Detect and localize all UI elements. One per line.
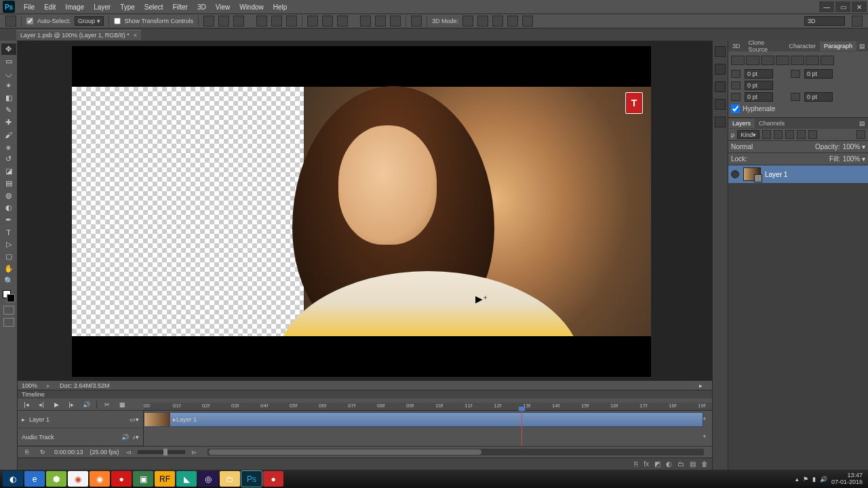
- justify-all-button[interactable]: [821, 56, 834, 65]
- history-panel-icon[interactable]: [715, 46, 726, 57]
- tray-show-hidden-icon[interactable]: ▴: [795, 476, 799, 483]
- screen-mode-button[interactable]: [3, 318, 14, 327]
- document-tab[interactable]: Layer 1.psb @ 100% (Layer 1, RGB/8) * ×: [16, 30, 141, 40]
- taskbar-app-2[interactable]: ⬢: [46, 471, 66, 487]
- tab-character[interactable]: Character: [785, 41, 820, 51]
- document-canvas[interactable]: T ▶⁺: [72, 46, 651, 377]
- taskbar-app-3[interactable]: ●: [111, 471, 132, 487]
- track-options-icon[interactable]: ▭▾: [130, 416, 139, 423]
- quick-mask-button[interactable]: [3, 306, 14, 314]
- brush-tool[interactable]: 🖌: [1, 129, 16, 140]
- pen-tool[interactable]: ✒: [1, 214, 16, 226]
- hand-tool[interactable]: ✋: [1, 263, 16, 274]
- mask-icon[interactable]: ◩: [654, 460, 660, 468]
- indent-right-field[interactable]: 0 pt: [804, 69, 833, 79]
- first-line-indent-field[interactable]: 0 pt: [745, 81, 773, 90]
- taskbar-app-6[interactable]: ◣: [176, 471, 197, 487]
- taskbar-app-1[interactable]: ◐: [3, 471, 23, 487]
- mode-3d-scale-button[interactable]: [522, 16, 533, 26]
- taskbar-record[interactable]: ●: [263, 471, 283, 487]
- properties-panel-icon[interactable]: [715, 81, 726, 92]
- transition-button[interactable]: ▦: [117, 400, 127, 409]
- timeline-zoom-in-icon[interactable]: ▻: [192, 449, 197, 455]
- distribute-right-button[interactable]: [390, 16, 401, 26]
- filter-pixel-icon[interactable]: [762, 130, 771, 139]
- zoom-tool[interactable]: 🔍: [1, 275, 16, 287]
- render-button[interactable]: ↻: [38, 447, 47, 457]
- move-tool[interactable]: ✥: [1, 43, 16, 55]
- auto-align-button[interactable]: [411, 16, 422, 26]
- taskbar-app-4[interactable]: ▣: [133, 471, 153, 487]
- video-clip[interactable]: ▸ Layer 1: [144, 412, 703, 427]
- color-swatches[interactable]: [3, 290, 15, 302]
- blend-mode-dropdown[interactable]: Normal: [731, 143, 778, 150]
- distribute-top-button[interactable]: [307, 16, 318, 26]
- split-clip-button[interactable]: ✂: [102, 400, 112, 409]
- menu-image[interactable]: Image: [60, 1, 89, 13]
- expand-track-icon[interactable]: ▸: [22, 416, 25, 423]
- taskbar-app-7[interactable]: ◎: [198, 471, 218, 487]
- play-button[interactable]: ▶: [52, 400, 61, 409]
- align-left-button[interactable]: [256, 16, 267, 26]
- healing-brush-tool[interactable]: ✚: [1, 117, 16, 128]
- justify-last-right-button[interactable]: [806, 56, 819, 65]
- lasso-tool[interactable]: ◡: [1, 68, 16, 79]
- prev-frame-button[interactable]: ◂|: [37, 400, 46, 409]
- menu-edit[interactable]: Edit: [39, 1, 60, 13]
- tray-volume-icon[interactable]: 🔊: [820, 476, 827, 483]
- path-select-tool[interactable]: ▷: [1, 239, 16, 250]
- next-frame-button[interactable]: |▸: [66, 400, 76, 409]
- visibility-toggle-icon[interactable]: [731, 170, 739, 178]
- timeline-options-icon[interactable]: ⎘: [22, 447, 31, 457]
- menu-type[interactable]: Type: [115, 1, 140, 13]
- close-tab-icon[interactable]: ×: [134, 32, 137, 39]
- timeline-zoom-slider[interactable]: [138, 450, 185, 454]
- info-panel-icon[interactable]: [715, 117, 726, 127]
- tray-battery-icon[interactable]: ▮: [812, 476, 816, 483]
- layer-name[interactable]: Layer 1: [765, 171, 787, 178]
- distribute-vcenter-button[interactable]: [322, 16, 333, 26]
- filter-type-icon[interactable]: [785, 130, 794, 139]
- tab-paragraph[interactable]: Paragraph: [820, 41, 856, 51]
- taskbar-photoshop[interactable]: Ps: [241, 471, 262, 487]
- actions-panel-icon[interactable]: [715, 64, 726, 75]
- auto-select-checkbox[interactable]: [26, 18, 33, 24]
- space-before-field[interactable]: 0 pt: [745, 92, 773, 102]
- crop-tool[interactable]: ◧: [1, 92, 16, 104]
- add-audio-track-button[interactable]: +: [700, 432, 709, 441]
- align-right-button[interactable]: [286, 16, 297, 26]
- eraser-tool[interactable]: ◪: [1, 165, 16, 177]
- taskbar-app-5[interactable]: RF: [155, 471, 175, 487]
- doc-size-label[interactable]: Doc: 2.64M/3.52M: [60, 382, 110, 389]
- filter-shape-icon[interactable]: [797, 130, 806, 139]
- playhead[interactable]: [521, 411, 522, 446]
- blur-tool[interactable]: ◍: [1, 190, 16, 201]
- align-left-text-button[interactable]: [731, 56, 745, 65]
- tab-channels[interactable]: Channels: [755, 119, 789, 128]
- history-brush-tool[interactable]: ↺: [1, 153, 16, 165]
- align-bottom-button[interactable]: [233, 16, 244, 26]
- timeline-tab[interactable]: Timeline: [22, 391, 45, 398]
- move-tool-preset-icon[interactable]: [5, 16, 16, 26]
- menu-3d[interactable]: 3D: [193, 1, 211, 13]
- quick-select-tool[interactable]: ✶: [1, 80, 16, 92]
- justify-last-center-button[interactable]: [791, 56, 804, 65]
- taskbar-firefox[interactable]: ◉: [90, 471, 110, 487]
- workspace-menu-button[interactable]: [852, 16, 863, 26]
- mode-3d-pan-button[interactable]: [492, 16, 503, 26]
- mode-3d-roll-button[interactable]: [477, 16, 488, 26]
- workspace-switcher[interactable]: 3D: [804, 16, 845, 26]
- timeline-ruler[interactable]: 0001f02f03f04f05f06f07f08f09f10f11f12f13…: [144, 403, 712, 411]
- group-icon[interactable]: 🗀: [677, 460, 684, 468]
- justify-last-left-button[interactable]: [776, 56, 789, 65]
- shape-tool[interactable]: ▢: [1, 251, 16, 262]
- align-right-text-button[interactable]: [761, 56, 774, 65]
- layers-panel-menu-icon[interactable]: ▤: [856, 119, 868, 128]
- menu-window[interactable]: Window: [235, 1, 269, 13]
- clone-stamp-tool[interactable]: ⎈: [1, 141, 16, 152]
- align-center-text-button[interactable]: [746, 56, 760, 65]
- indent-left-field[interactable]: 0 pt: [745, 69, 773, 79]
- mode-3d-slide-button[interactable]: [507, 16, 518, 26]
- add-video-track-button[interactable]: +: [700, 414, 709, 424]
- layer-filter-kind-dropdown[interactable]: Kind ▾: [737, 130, 760, 139]
